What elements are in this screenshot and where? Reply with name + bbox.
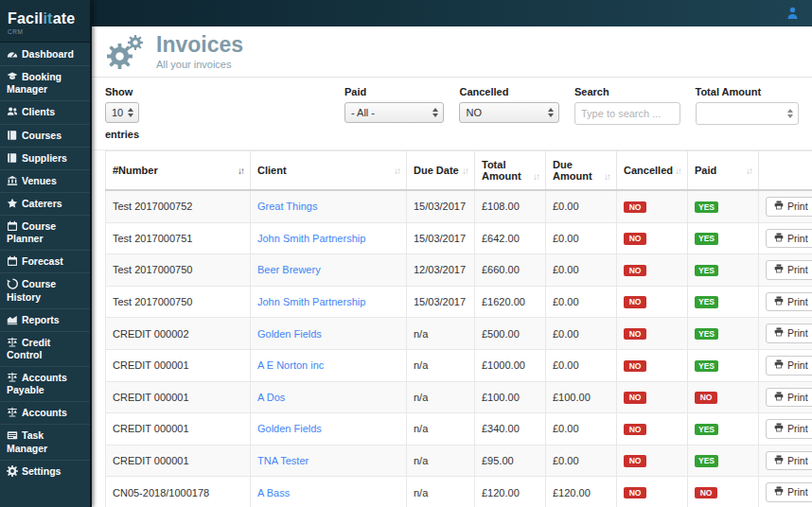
sidebar-item-settings[interactable]: Settings (0, 460, 90, 482)
invoice-number: CREDIT 000001 (106, 381, 251, 413)
client-link[interactable]: Beer Brewery (257, 264, 321, 275)
column-header-number[interactable]: #Number↓↑ (106, 151, 251, 191)
client-link[interactable]: John Smith Partnership (257, 296, 365, 307)
client-link[interactable]: Great Things (257, 201, 317, 212)
sidebar-item-label: Settings (22, 465, 61, 477)
printer-icon (774, 359, 784, 372)
accounts-icon (7, 407, 18, 418)
sort-icon: ↓↑ (238, 166, 243, 176)
client-link[interactable]: TNA Tester (257, 455, 309, 466)
user-icon[interactable] (786, 7, 799, 20)
column-header-due-date[interactable]: Due Date↓↑ (407, 151, 475, 191)
page-subtitle: All your invoices (156, 59, 243, 70)
cancelled-filter-group: Cancelled NO (459, 86, 559, 123)
print-button[interactable]: Print (766, 197, 812, 217)
sidebar-item-forecast[interactable]: Forecast (0, 250, 90, 272)
sidebar-item-course-planner[interactable]: Course Planner (0, 215, 90, 250)
print-button[interactable]: Print (766, 260, 812, 280)
total-amount: £660.00 (475, 254, 546, 287)
page-title: Invoices (156, 34, 243, 56)
sidebar-item-caterers[interactable]: Caterers (0, 192, 90, 215)
due-amount: £0.00 (546, 318, 617, 350)
total-amount: £340.00 (475, 413, 546, 446)
print-button[interactable]: Print (766, 229, 812, 249)
show-label: Show (105, 86, 329, 97)
due-date: n/a (407, 381, 475, 413)
table-row: Test 2017000752Great Things15/03/2017£10… (106, 190, 812, 222)
printer-icon (774, 392, 784, 404)
client-link[interactable]: A E Norton inc (257, 359, 324, 371)
sidebar-item-accounts[interactable]: Accounts (0, 401, 90, 424)
total-amount-input[interactable] (697, 103, 799, 124)
paid-select[interactable]: - All - (345, 103, 444, 122)
task-manager-icon (7, 429, 18, 441)
sidebar-item-label: Reports (22, 314, 60, 325)
client-link[interactable]: Golden Fields (257, 423, 322, 434)
column-header-due-amount[interactable]: Due Amount↓↑ (546, 151, 617, 191)
cancelled-badge: NO (624, 487, 646, 499)
due-date: 12/03/2017 (407, 254, 475, 287)
print-button[interactable]: Print (766, 451, 812, 471)
paid-select-wrap: - All - (344, 102, 445, 123)
sidebar-item-course-history[interactable]: Course History (0, 272, 90, 307)
suppliers-icon (7, 152, 18, 164)
brand-name: Facilitate (8, 10, 82, 27)
due-amount: £120.00 (546, 477, 617, 507)
sidebar-item-suppliers[interactable]: Suppliers (0, 147, 90, 169)
print-button[interactable]: Print (766, 482, 812, 502)
credit-control-icon (7, 337, 18, 348)
sidebar-item-courses[interactable]: Courses (0, 124, 90, 147)
forecast-icon (7, 255, 18, 267)
paid-badge: YES (695, 265, 718, 277)
sidebar-item-dashboard[interactable]: Dashboard (0, 44, 90, 65)
client-link[interactable]: Golden Fields (257, 328, 322, 340)
due-amount: £0.00 (546, 286, 617, 318)
courses-icon (7, 130, 18, 141)
sidebar-item-reports[interactable]: Reports (0, 308, 90, 331)
due-date: 15/03/2017 (407, 286, 475, 318)
column-header-paid[interactable]: Paid↓↑ (688, 151, 759, 191)
sidebar-item-task-manager[interactable]: Task Manager (0, 424, 90, 459)
table-row: Test 2017000750Beer Brewery12/03/2017£66… (106, 254, 812, 287)
due-amount: £0.00 (546, 349, 617, 381)
app-logo[interactable]: Facilitate CRM (0, 0, 90, 43)
client-link[interactable]: John Smith Partnership (257, 233, 365, 244)
cancelled-select[interactable]: NO (460, 103, 558, 122)
column-header-cancelled[interactable]: Cancelled↓↑ (617, 151, 688, 191)
clients-icon (7, 106, 18, 117)
venues-icon (7, 175, 18, 186)
paid-badge: NO (695, 392, 717, 404)
sidebar-item-accounts-payable[interactable]: Accounts Payable (0, 366, 90, 401)
table-body: Test 2017000752Great Things15/03/2017£10… (106, 190, 812, 507)
course-history-icon (7, 278, 18, 289)
print-button[interactable]: Print (766, 388, 812, 408)
app-window: Facilitate CRM DashboardBooking ManagerC… (0, 0, 812, 507)
page-header: Invoices All your invoices (92, 26, 812, 78)
total-amount-label: Total Amount (696, 86, 800, 97)
accounts-payable-icon (7, 372, 18, 383)
column-header-client[interactable]: Client↓↑ (251, 151, 407, 191)
print-button[interactable]: Print (766, 356, 812, 376)
sidebar-item-clients[interactable]: Clients (0, 100, 90, 123)
top-navbar (92, 0, 812, 26)
client-link[interactable]: A Dos (257, 392, 285, 403)
printer-icon (774, 423, 784, 435)
sidebar-item-label: Courses (22, 130, 62, 141)
print-button[interactable]: Print (766, 419, 812, 439)
print-button[interactable]: Print (766, 292, 812, 312)
sort-icon: ↓↑ (462, 166, 468, 176)
print-button[interactable]: Print (766, 323, 812, 343)
client-link[interactable]: A Bass (257, 487, 290, 498)
total-amount: £500.00 (475, 318, 546, 350)
invoice-number: Test 2017000751 (106, 222, 251, 254)
search-input[interactable] (574, 102, 680, 125)
printer-icon (774, 455, 784, 467)
sidebar-item-venues[interactable]: Venues (0, 169, 90, 192)
sidebar-item-credit-control[interactable]: Credit Control (0, 331, 90, 366)
due-date: n/a (407, 445, 475, 477)
sidebar-item-booking-manager[interactable]: Booking Manager (0, 65, 90, 100)
cancelled-badge: NO (624, 296, 646, 308)
invoice-number: CREDIT 000002 (106, 318, 251, 350)
column-header-total-amount[interactable]: Total Amount↓↑ (475, 151, 546, 191)
show-entries-select[interactable]: 10 (106, 103, 138, 122)
